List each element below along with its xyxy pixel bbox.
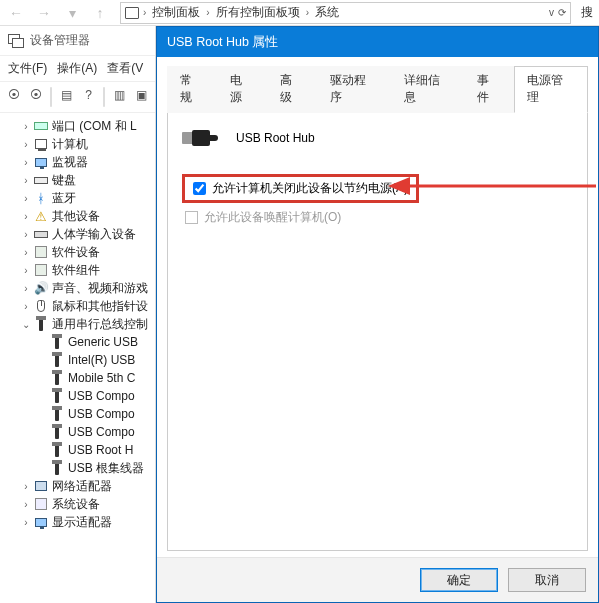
ok-button[interactable]: 确定 xyxy=(420,568,498,592)
device-manager-icon xyxy=(8,34,24,48)
tree-twisty-icon[interactable]: › xyxy=(20,517,32,528)
tree-item-label: 软件设备 xyxy=(52,244,100,261)
tab-power-management[interactable]: 电源管理 xyxy=(514,66,588,113)
breadcrumb-seg[interactable]: 系统 xyxy=(311,4,343,21)
tree-item-label: 系统设备 xyxy=(52,496,100,513)
tree-item[interactable]: ›鼠标和其他指针设 xyxy=(6,297,155,315)
toolbar-update-icon[interactable]: ▣ xyxy=(132,85,151,105)
tree-item[interactable]: Mobile 5th C xyxy=(6,369,155,387)
kb-icon xyxy=(33,172,49,188)
tree-twisty-icon[interactable]: › xyxy=(20,175,32,186)
nav-recent-icon[interactable]: ▾ xyxy=(64,5,80,21)
device-manager-window: 设备管理器 文件(F) 操作(A) 查看(V ⦿ ⦿ ▤ ? ▥ ▣ ›端口 (… xyxy=(0,26,156,603)
tree-item[interactable]: ›端口 (COM 和 L xyxy=(6,117,155,135)
tree-item[interactable]: USB Compo xyxy=(6,423,155,441)
tree-item-label: 蓝牙 xyxy=(52,190,76,207)
tree-twisty-icon[interactable]: › xyxy=(20,211,32,222)
tree-item[interactable]: Intel(R) USB xyxy=(6,351,155,369)
tree-twisty-icon[interactable]: › xyxy=(20,229,32,240)
breadcrumb-seg[interactable]: 控制面板 xyxy=(148,4,204,21)
tree-item-label: USB Compo xyxy=(68,425,135,439)
tree-twisty-icon[interactable]: › xyxy=(20,283,32,294)
tree-item[interactable]: USB Compo xyxy=(6,387,155,405)
monitor-icon xyxy=(33,514,49,530)
tree-twisty-icon[interactable]: › xyxy=(20,301,32,312)
tree-twisty-icon[interactable]: › xyxy=(20,481,32,492)
toolbar-back-icon[interactable]: ⦿ xyxy=(4,85,23,105)
tree-item[interactable]: USB 根集线器 xyxy=(6,459,155,477)
tab-advanced[interactable]: 高级 xyxy=(267,66,317,113)
pc-icon xyxy=(33,136,49,152)
tree-twisty-icon[interactable]: › xyxy=(20,139,32,150)
checkbox-allow-power-off[interactable] xyxy=(193,182,206,195)
audio-icon: 🔊 xyxy=(33,280,49,296)
menubar: 文件(F) 操作(A) 查看(V xyxy=(0,55,155,82)
device-tree[interactable]: ›端口 (COM 和 L›计算机›监视器›键盘›ᚼ蓝牙›⚠其他设备›人体学输入设… xyxy=(0,113,155,535)
tree-item-label: 键盘 xyxy=(52,172,76,189)
tree-twisty-icon[interactable]: › xyxy=(20,247,32,258)
tree-item[interactable]: ›软件设备 xyxy=(6,243,155,261)
usb-icon xyxy=(33,316,49,332)
tree-twisty-icon[interactable]: › xyxy=(20,121,32,132)
nav-up-icon[interactable]: ↑ xyxy=(92,5,108,21)
hid-icon xyxy=(33,226,49,242)
tab-driver[interactable]: 驱动程序 xyxy=(317,66,391,113)
tree-twisty-icon[interactable]: › xyxy=(20,193,32,204)
checkbox-label: 允许此设备唤醒计算机(O) xyxy=(204,210,341,224)
usb-icon xyxy=(49,406,65,422)
checkbox-allow-wake xyxy=(185,211,198,224)
sys-icon xyxy=(33,496,49,512)
toolbar-help-icon[interactable]: ? xyxy=(79,85,98,105)
toolbar-scan-icon[interactable]: ▥ xyxy=(110,85,129,105)
toolbar-fwd-icon[interactable]: ⦿ xyxy=(26,85,45,105)
tab-events[interactable]: 事件 xyxy=(464,66,514,113)
search-label[interactable]: 搜 xyxy=(575,4,599,21)
tree-item[interactable]: ›键盘 xyxy=(6,171,155,189)
checkbox-label[interactable]: 允许计算机关闭此设备以节约电源(A) xyxy=(212,180,408,197)
tree-item[interactable]: ›显示适配器 xyxy=(6,513,155,531)
chevron-down-icon[interactable]: v xyxy=(549,7,554,18)
tree-item[interactable]: ›监视器 xyxy=(6,153,155,171)
menu-file[interactable]: 文件(F) xyxy=(8,60,47,77)
breadcrumb-seg[interactable]: 所有控制面板项 xyxy=(212,4,304,21)
menu-view[interactable]: 查看(V xyxy=(107,60,143,77)
sw-icon xyxy=(33,262,49,278)
menu-action[interactable]: 操作(A) xyxy=(57,60,97,77)
tab-details[interactable]: 详细信息 xyxy=(391,66,465,113)
tree-item[interactable]: USB Root H xyxy=(6,441,155,459)
tree-item-label: Intel(R) USB xyxy=(68,353,135,367)
toolbar-props-icon[interactable]: ▤ xyxy=(57,85,76,105)
tree-item[interactable]: ›⚠其他设备 xyxy=(6,207,155,225)
tree-twisty-icon[interactable]: › xyxy=(20,157,32,168)
address-field[interactable]: › 控制面板 › 所有控制面板项 › 系统 v⟳ xyxy=(120,2,571,24)
tree-item[interactable]: ›计算机 xyxy=(6,135,155,153)
tree-item[interactable]: Generic USB xyxy=(6,333,155,351)
usb-icon xyxy=(49,424,65,440)
tree-twisty-icon[interactable]: › xyxy=(20,265,32,276)
usb-icon xyxy=(49,352,65,368)
tree-item[interactable]: ›ᚼ蓝牙 xyxy=(6,189,155,207)
tab-general[interactable]: 常规 xyxy=(167,66,217,113)
usb-icon xyxy=(49,442,65,458)
tree-item[interactable]: ›人体学输入设备 xyxy=(6,225,155,243)
tree-item[interactable]: ›网络适配器 xyxy=(6,477,155,495)
tree-item[interactable]: ›🔊声音、视频和游戏 xyxy=(6,279,155,297)
tree-item[interactable]: ›系统设备 xyxy=(6,495,155,513)
tree-twisty-icon[interactable]: › xyxy=(20,499,32,510)
tree-item[interactable]: ›软件组件 xyxy=(6,261,155,279)
nav-forward-icon[interactable]: → xyxy=(36,5,52,21)
dialog-titlebar[interactable]: USB Root Hub 属性 xyxy=(157,27,598,57)
tree-item-label: Generic USB xyxy=(68,335,138,349)
highlight-box: 允许计算机关闭此设备以节约电源(A) xyxy=(182,174,419,203)
tree-item[interactable]: USB Compo xyxy=(6,405,155,423)
nav-back-icon[interactable]: ← xyxy=(8,5,24,21)
tree-item[interactable]: ⌄通用串行总线控制 xyxy=(6,315,155,333)
tab-power[interactable]: 电源 xyxy=(217,66,267,113)
refresh-icon[interactable]: ⟳ xyxy=(558,7,566,18)
net-icon xyxy=(33,478,49,494)
tree-item-label: USB Compo xyxy=(68,407,135,421)
tree-twisty-icon[interactable]: ⌄ xyxy=(20,319,32,330)
cancel-button[interactable]: 取消 xyxy=(508,568,586,592)
option-allow-wake: 允许此设备唤醒计算机(O) xyxy=(182,209,573,226)
bt-icon: ᚼ xyxy=(33,190,49,206)
